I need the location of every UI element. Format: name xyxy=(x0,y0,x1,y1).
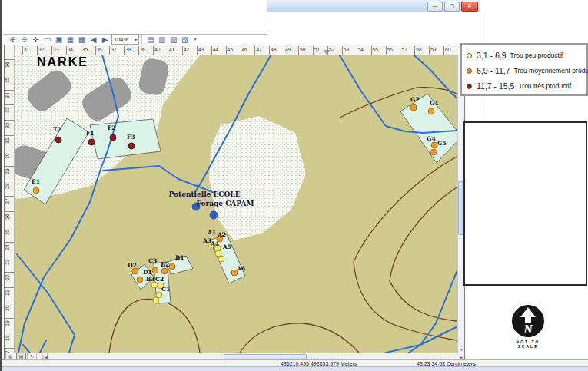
h-ruler-tick: 55 xyxy=(371,46,378,55)
borehole-dot-G2 xyxy=(410,104,417,111)
maximize-button[interactable]: ▢ xyxy=(444,2,460,12)
scroll-down-icon[interactable]: ▼ xyxy=(458,347,465,352)
borehole-dot-A5b xyxy=(218,256,224,262)
borehole-label-G4: G4 xyxy=(427,135,436,142)
legend-item: 6,9 - 11,7Trou moyennement productif xyxy=(467,63,586,78)
toolbar-overflow-icon[interactable]: ▾ xyxy=(194,36,197,42)
h-ruler-tick: 43 xyxy=(197,46,204,55)
v-ruler-tick: 26 xyxy=(5,211,14,217)
pan-icon[interactable]: ✛ xyxy=(30,35,42,45)
v-ruler-tick: 31 xyxy=(5,135,14,141)
legend-symbol xyxy=(467,84,472,89)
legend-item: 3,1 - 6,9Trou peu productif xyxy=(467,48,586,63)
legend-symbol xyxy=(467,68,472,74)
v-ruler-tick: 32 xyxy=(5,120,14,126)
back-extent-icon[interactable]: ◀ xyxy=(88,35,99,45)
focus-data-frame-icon[interactable]: ▥ xyxy=(156,35,168,45)
map-canvas[interactable]: T2F1F2F3E1G2G1G4G5A1A2A3A4A5A6D2D1C3B2B1… xyxy=(15,55,457,353)
page-position: 43,23 34,53 Centimeters xyxy=(417,361,476,366)
borehole-label-C1: C1 xyxy=(161,286,170,293)
application-window: — ▢ ✕ ⊕⊖✛▭▣▦▩◀▶ 104% ▾ ▤▥▧▨ ▾ 3132333435… xyxy=(0,0,588,371)
v-ruler-tick: 21 xyxy=(5,287,14,293)
borehole-dot-E1 xyxy=(33,187,39,194)
change-layout-icon[interactable]: ▧ xyxy=(168,35,179,45)
borehole-label-B3: B3 xyxy=(146,276,155,283)
borehole-label-A6: A6 xyxy=(236,265,245,272)
blank-map-element xyxy=(463,121,587,286)
legend-range: 11,7 - 15,5 xyxy=(477,81,514,91)
borehole-dot-G4 xyxy=(431,142,437,148)
zoom-whole-page-icon[interactable]: ▭ xyxy=(42,35,53,45)
h-ruler-tick: 37 xyxy=(109,46,116,55)
v-ruler-tick: 23 xyxy=(5,257,14,263)
legend-window: 3,1 - 6,9Trou peu productif6,9 - 11,7Tro… xyxy=(460,43,588,96)
h-ruler-tick: 54 xyxy=(357,46,364,55)
borehole-label-D1: D1 xyxy=(143,269,152,276)
borehole-label-A4: A4 xyxy=(210,240,219,247)
zoom-percent-combo[interactable]: 104% ▾ xyxy=(111,34,139,45)
borehole-label-C3: C3 xyxy=(148,257,157,264)
borehole-annotation: Forage CAPAM xyxy=(197,200,254,207)
v-ruler-tick: 27 xyxy=(5,196,14,202)
h-ruler-tick: 51 xyxy=(313,46,320,55)
borehole-label-A2: A2 xyxy=(217,231,226,238)
zoom-in-icon[interactable]: ⊕ xyxy=(7,35,18,45)
h-ruler-tick: 58 xyxy=(414,46,421,55)
h-ruler-tick: 34 xyxy=(66,46,73,55)
borehole-dot-F3 xyxy=(128,143,135,149)
combo-dropdown-icon[interactable]: ▾ xyxy=(135,37,137,42)
v-ruler-tick: 33 xyxy=(5,104,14,111)
borehole-dot-G1 xyxy=(428,108,434,114)
h-ruler-tick: 45 xyxy=(226,46,233,55)
ruler-corner xyxy=(5,45,15,55)
borehole-dot-F1 xyxy=(88,139,95,145)
v-ruler-tick: 35 xyxy=(5,75,14,81)
h-ruler-tick: 60 xyxy=(443,46,450,55)
borehole-dot-G5 xyxy=(430,149,437,155)
borehole-dot-D1 xyxy=(137,277,143,283)
vertical-ruler: 3635343332313029282726252423222120191817 xyxy=(5,55,15,353)
forward-extent-icon[interactable]: ▶ xyxy=(99,35,111,45)
h-ruler-tick: 57 xyxy=(400,46,407,55)
borehole-dot-C3 xyxy=(152,267,158,273)
minimize-button[interactable]: — xyxy=(427,2,443,12)
borehole-label-A5: A5 xyxy=(222,243,231,250)
blank-panel xyxy=(4,0,267,35)
v-ruler-tick: 34 xyxy=(5,90,14,96)
h-ruler-tick: 59 xyxy=(429,46,436,55)
toolbar-separator xyxy=(141,35,142,44)
fixed-zoom-out-icon[interactable]: ▩ xyxy=(76,35,88,45)
borehole-label-C2: C2 xyxy=(155,276,164,283)
data-driven-pages-icon[interactable]: ▨ xyxy=(179,35,191,45)
zoom-percent-value: 104% xyxy=(114,36,128,43)
h-ruler-tick: 35 xyxy=(81,46,88,55)
school-annotation: Potentielle ECOLE xyxy=(168,190,240,198)
layout-window: 3132333435363738394041424344454647484950… xyxy=(4,45,465,361)
legend-range: 6,9 - 11,7 xyxy=(477,66,510,75)
h-ruler-tick: 38 xyxy=(124,46,131,55)
close-button[interactable]: ✕ xyxy=(461,2,478,12)
borehole-dot-F2 xyxy=(110,134,116,141)
legend-label: Trou moyennement productif xyxy=(514,67,588,75)
borehole-label-G2: G2 xyxy=(410,96,420,103)
v-ruler-tick: 28 xyxy=(5,181,14,187)
borehole-label-B1: B1 xyxy=(175,254,184,261)
zoom-100-icon[interactable]: ▣ xyxy=(53,35,65,45)
fixed-zoom-in-icon[interactable]: ▦ xyxy=(65,35,76,45)
legend-label: Trou peu productif xyxy=(510,51,563,59)
region-name-label: NARKE xyxy=(37,55,88,68)
legend-range: 3,1 - 6,9 xyxy=(477,51,507,60)
toggle-draft-mode-icon[interactable]: ▤ xyxy=(145,35,156,45)
borehole-label-B2: B2 xyxy=(161,261,170,268)
h-ruler-tick: 52 xyxy=(327,46,334,55)
window-controls: — ▢ ✕ xyxy=(427,2,478,12)
zoom-out-icon[interactable]: ⊖ xyxy=(18,35,30,45)
borehole-label-F1: F1 xyxy=(86,130,95,137)
h-ruler-tick: 46 xyxy=(241,46,247,55)
borehole-dot-D2 xyxy=(132,268,138,274)
borehole-label-T2: T2 xyxy=(53,126,61,133)
h-ruler-tick: 50 xyxy=(298,46,305,55)
v-ruler-tick: 24 xyxy=(5,242,14,248)
h-ruler-tick: 44 xyxy=(211,46,218,55)
h-ruler-tick: 39 xyxy=(138,46,145,55)
